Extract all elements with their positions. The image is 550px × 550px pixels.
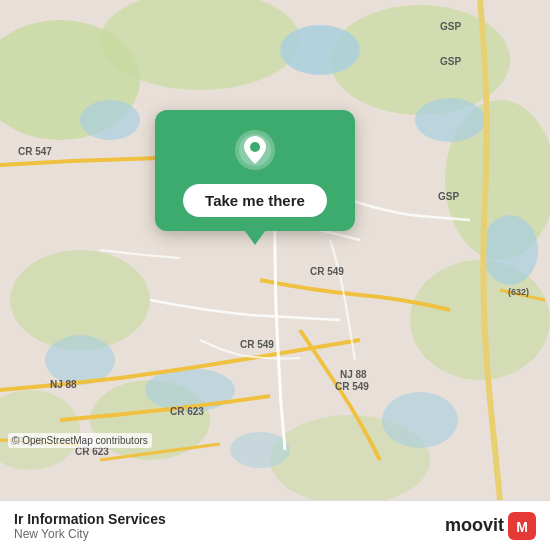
svg-text:CR 623: CR 623 (170, 406, 204, 417)
location-pin-icon (233, 128, 277, 172)
svg-point-5 (410, 260, 550, 380)
moovit-icon: M (508, 512, 536, 540)
svg-text:GSP: GSP (440, 21, 461, 32)
svg-text:CR 547: CR 547 (18, 146, 52, 157)
svg-text:NJ 88: NJ 88 (50, 379, 77, 390)
svg-text:CR 549: CR 549 (310, 266, 344, 277)
location-popup: Take me there (155, 110, 355, 231)
location-city: New York City (14, 527, 166, 541)
location-name: Ir Information Services (14, 511, 166, 527)
map-background: CR 547 GSP GSP GSP CR 549 CR 549 CR 549 … (0, 0, 550, 500)
svg-point-33 (250, 142, 260, 152)
svg-point-10 (280, 25, 360, 75)
svg-text:NJ 88: NJ 88 (340, 369, 367, 380)
map-container: CR 547 GSP GSP GSP CR 549 CR 549 CR 549 … (0, 0, 550, 500)
svg-text:GSP: GSP (440, 56, 461, 67)
svg-point-17 (230, 432, 290, 468)
svg-text:CR 549: CR 549 (240, 339, 274, 350)
svg-point-13 (482, 215, 538, 285)
svg-point-12 (415, 98, 485, 142)
svg-text:CR 549: CR 549 (335, 381, 369, 392)
take-me-there-button[interactable]: Take me there (183, 184, 327, 217)
svg-text:GSP: GSP (438, 191, 459, 202)
location-info: Ir Information Services New York City (14, 511, 166, 541)
svg-text:M: M (516, 519, 528, 535)
svg-point-14 (45, 335, 115, 385)
svg-point-11 (80, 100, 140, 140)
copyright-text: © OpenStreetMap contributors (8, 433, 152, 448)
moovit-logo: moovit M (445, 512, 536, 540)
svg-point-16 (382, 392, 458, 448)
svg-text:(632): (632) (508, 287, 529, 297)
bottom-bar: Ir Information Services New York City mo… (0, 500, 550, 550)
moovit-text: moovit (445, 515, 504, 536)
